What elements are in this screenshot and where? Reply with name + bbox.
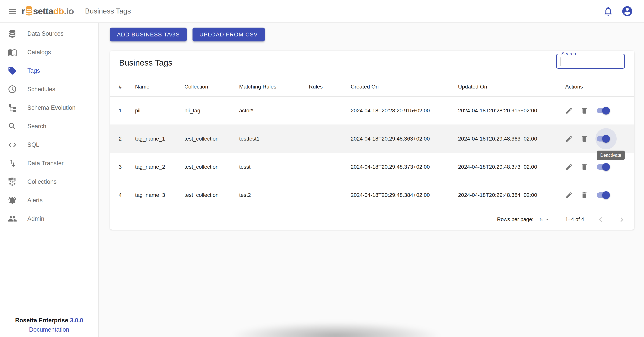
cell-created-on: 2024-04-18T20:29:48.373+02:00 — [351, 164, 458, 170]
column-header-num: # — [119, 84, 135, 90]
cell-num: 1 — [119, 108, 135, 114]
toolbar: ADD BUSINESS TAGS UPLOAD FROM CSV — [110, 28, 265, 42]
sidebar-item-alerts[interactable]: Alerts — [0, 191, 98, 210]
edit-button[interactable] — [565, 163, 573, 171]
pagination-bar: Rows per page: 5 1–4 of 4 — [110, 209, 634, 230]
delete-icon — [580, 135, 588, 143]
cell-actions — [565, 163, 634, 171]
database-stack-icon — [25, 6, 33, 17]
sidebar-item-search[interactable]: Search — [0, 117, 98, 136]
sidebar-item-label: Schema Evolution — [27, 104, 76, 111]
clock-icon — [8, 85, 17, 94]
search-field[interactable]: Search — [556, 54, 625, 69]
delete-button[interactable] — [580, 191, 588, 199]
menu-button[interactable] — [6, 4, 19, 18]
edit-button[interactable] — [565, 135, 573, 143]
page-title: Business Tags — [85, 7, 131, 15]
cell-actions — [565, 107, 634, 115]
sidebar-item-label: Alerts — [27, 197, 42, 204]
app-logo[interactable]: r settadb.io — [22, 6, 74, 17]
column-header-rules: Rules — [309, 84, 351, 90]
sidebar-item-schedules[interactable]: Schedules — [0, 80, 98, 99]
sidebar-item-label: Tags — [27, 67, 40, 74]
cell-matching-rules: testtest1 — [239, 136, 309, 142]
cell-name: pii — [135, 108, 184, 114]
documentation-link[interactable]: Documentation — [29, 325, 69, 334]
search-icon — [8, 122, 17, 131]
database-icon — [8, 29, 17, 38]
collections-icon — [8, 177, 17, 186]
sidebar-item-label: Search — [27, 123, 46, 130]
cell-matching-rules: test2 — [239, 192, 309, 198]
version-link[interactable]: 3.0.0 — [70, 317, 83, 324]
edit-button[interactable] — [565, 107, 573, 115]
sidebar-item-label: Collections — [27, 178, 57, 185]
book-icon — [8, 48, 17, 57]
text-cursor — [560, 58, 561, 66]
sidebar-item-label: Admin — [27, 215, 44, 222]
rows-per-page-select[interactable]: 5 — [540, 216, 550, 223]
table-row: 3 tag_name_2 test_collection tesst 2024-… — [110, 153, 634, 181]
sidebar-item-label: SQL — [27, 141, 39, 148]
logo-text-setta: setta — [33, 7, 53, 16]
sidebar-item-tags[interactable]: Tags — [0, 62, 98, 80]
schema-icon — [8, 103, 17, 112]
edit-icon — [565, 107, 573, 115]
sidebar-item-data-sources[interactable]: Data Sources — [0, 25, 98, 43]
cell-collection: pii_tag — [184, 108, 239, 114]
logo-text-io: .io — [64, 7, 74, 16]
table-row: 2 tag_name_1 test_collection testtest1 2… — [110, 125, 634, 153]
cell-name: tag_name_3 — [135, 192, 184, 198]
sidebar-item-sql[interactable]: SQL — [0, 136, 98, 154]
edit-icon — [565, 191, 573, 199]
add-business-tags-button[interactable]: ADD BUSINESS TAGS — [110, 28, 187, 42]
delete-button[interactable] — [580, 107, 588, 115]
previous-page-button[interactable] — [596, 215, 605, 224]
notifications-icon — [603, 6, 614, 17]
cell-name: tag_name_1 — [135, 136, 184, 142]
search-input[interactable] — [557, 54, 624, 68]
account-avatar-button[interactable] — [621, 5, 633, 17]
rows-per-page-label: Rows per page: — [497, 216, 534, 222]
main-content: ADD BUSINESS TAGS UPLOAD FROM CSV Busine… — [99, 23, 644, 337]
sidebar-item-schema-evolution[interactable]: Schema Evolution — [0, 99, 98, 117]
column-header-collection: Collection — [184, 84, 239, 90]
cell-matching-rules: actor* — [239, 108, 309, 114]
active-toggle[interactable] — [597, 163, 610, 171]
edit-button[interactable] — [565, 191, 573, 199]
sidebar-nav: Data Sources Catalogs Tags Schedules Sch — [0, 23, 98, 228]
chevron-right-icon — [617, 215, 626, 224]
active-toggle[interactable] — [597, 135, 610, 143]
alert-bell-icon — [8, 196, 17, 205]
sidebar: Data Sources Catalogs Tags Schedules Sch — [0, 23, 99, 337]
cell-created-on: 2024-04-18T20:29:48.384+02:00 — [351, 192, 458, 198]
card-title: Business Tags — [119, 58, 172, 68]
column-header-updated-on: Updated On — [458, 84, 565, 90]
table-header-row: # Name Collection Matching Rules Rules C… — [110, 77, 634, 96]
tag-icon — [8, 66, 17, 75]
sidebar-item-catalogs[interactable]: Catalogs — [0, 43, 98, 62]
sidebar-item-collections[interactable]: Collections — [0, 173, 98, 191]
sidebar-item-admin[interactable]: Admin — [0, 210, 98, 228]
upload-from-csv-button[interactable]: UPLOAD FROM CSV — [192, 28, 265, 42]
active-toggle[interactable] — [597, 107, 610, 115]
delete-icon — [580, 107, 588, 115]
active-toggle[interactable] — [597, 191, 610, 199]
business-tags-table: # Name Collection Matching Rules Rules C… — [110, 77, 634, 209]
sidebar-item-label: Schedules — [27, 86, 55, 93]
next-page-button[interactable] — [617, 215, 626, 224]
menu-icon — [8, 6, 17, 16]
cell-updated-on: 2024-04-18T20:29:48.384+02:00 — [458, 192, 565, 198]
cell-actions — [565, 191, 634, 199]
sidebar-item-data-transfer[interactable]: Data Transfer — [0, 154, 98, 173]
cell-actions — [565, 135, 634, 143]
notifications-button[interactable] — [603, 6, 614, 17]
product-name: Rosetta Enterprise — [15, 317, 68, 324]
cell-collection: test_collection — [184, 136, 239, 142]
delete-button[interactable] — [580, 135, 588, 143]
cell-updated-on: 2024-04-18T20:29:48.363+02:00 — [458, 136, 565, 142]
delete-button[interactable] — [580, 163, 588, 171]
sidebar-item-label: Data Sources — [27, 30, 64, 37]
cell-collection: test_collection — [184, 164, 239, 170]
column-header-actions: Actions — [565, 84, 634, 90]
